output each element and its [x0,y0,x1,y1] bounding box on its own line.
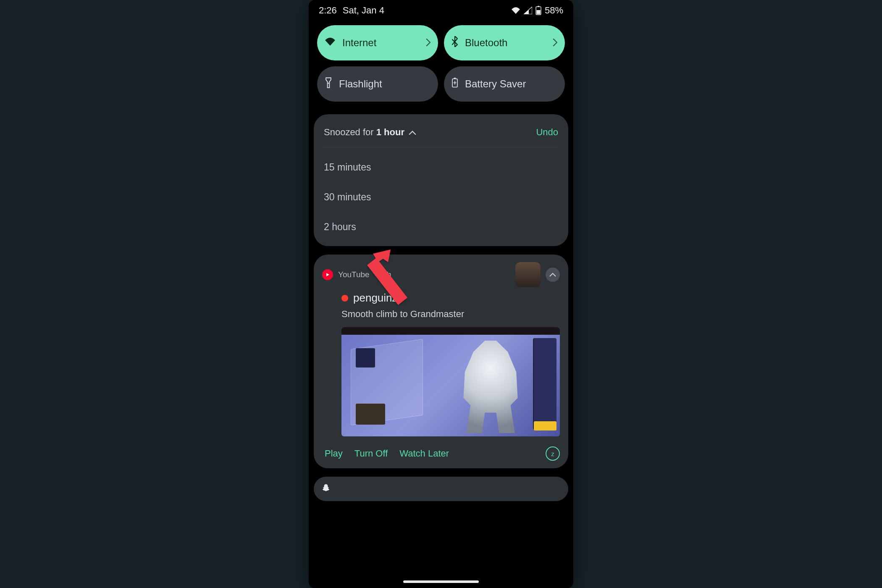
channel-avatar [515,262,541,287]
tile-internet-label: Internet [342,37,376,49]
youtube-app-label: YouTube [338,270,370,279]
battery-icon [536,6,541,15]
flashlight-icon [325,77,332,91]
snapchat-icon [321,483,331,494]
signal-icon [524,7,532,14]
chevron-right-icon [553,37,557,49]
phone-frame: 2:26 Sat, Jan 4 58% [309,0,573,588]
tile-bluetooth-label: Bluetooth [465,37,507,49]
tile-battery-saver[interactable]: Battery Saver [444,66,565,102]
battery-saver-icon [452,78,458,90]
snooze-option-15m[interactable]: 15 minutes [323,152,559,182]
chevron-up-icon [409,127,416,138]
svg-rect-2 [536,10,540,14]
tile-internet[interactable]: Internet [317,25,438,60]
separator: • [375,270,378,279]
snooze-undo-button[interactable]: Undo [536,127,558,138]
bluetooth-icon [452,36,458,50]
tile-flashlight-label: Flashlight [339,78,382,90]
youtube-action-watch-later[interactable]: Watch Later [399,448,449,459]
snooze-prefix: Snoozed for [324,127,376,137]
youtube-action-play[interactable]: Play [325,448,343,459]
youtube-thumbnail[interactable] [341,327,560,436]
notification-youtube[interactable]: YouTube • 3h penguinz0 Smoo [314,255,568,468]
tile-battery-saver-label: Battery Saver [465,78,526,90]
snooze-option-2h[interactable]: 2 hours [323,212,559,242]
notification-snooze-card: Snoozed for 1 hour Undo 15 minutes 30 mi… [314,114,568,246]
notification-snapchat[interactable] [314,477,568,501]
chevron-right-icon [426,37,430,49]
snooze-icon[interactable]: z [546,446,560,461]
svg-rect-1 [538,6,539,7]
tile-bluetooth[interactable]: Bluetooth [444,25,565,60]
youtube-channel: penguinz0 [353,291,404,304]
wifi-icon [511,7,520,14]
battery-percent: 58% [545,5,563,16]
statusbar: 2:26 Sat, Jan 4 58% [309,0,573,19]
quick-settings: Internet Bluetooth Flashlight [309,19,573,104]
youtube-icon [322,269,333,280]
snooze-header[interactable]: Snoozed for 1 hour Undo [323,123,559,147]
status-date: Sat, Jan 4 [343,5,384,16]
youtube-action-turn-off[interactable]: Turn Off [354,448,388,459]
tile-flashlight[interactable]: Flashlight [317,66,438,102]
live-dot-icon [341,295,348,302]
svg-rect-5 [454,78,456,79]
wifi-solid-icon [325,37,336,49]
youtube-age: 3h [382,270,391,279]
status-time: 2:26 [319,5,337,16]
youtube-title: Smooth climb to Grandmaster [341,309,560,320]
snooze-duration: 1 hour [376,127,404,137]
gesture-nav-pill[interactable] [403,580,479,583]
snooze-option-30m[interactable]: 30 minutes [323,182,559,212]
collapse-button[interactable] [546,268,560,282]
svg-point-3 [328,83,329,84]
